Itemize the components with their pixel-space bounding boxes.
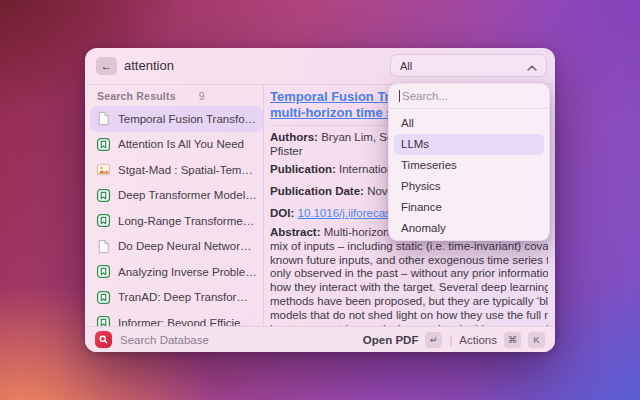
back-arrow-icon: ← bbox=[101, 59, 113, 73]
image-icon bbox=[96, 162, 111, 177]
footer-actions: Open PDF ↵ | Actions ⌘ K bbox=[363, 332, 545, 348]
result-item[interactable]: TranAD: Deep Transformer Net... bbox=[90, 285, 263, 311]
dropdown-options: All LLMs Timeseries Physics Finance Anom… bbox=[389, 109, 549, 243]
actions-button[interactable]: Actions bbox=[459, 334, 497, 346]
back-button[interactable]: ← bbox=[96, 57, 117, 75]
result-item[interactable]: Stgat-Mad : Spatial-Temporal Gr... bbox=[90, 157, 263, 183]
bookmark-icon bbox=[96, 264, 111, 279]
bookmark-icon bbox=[96, 188, 111, 203]
result-item[interactable]: Informer: Beyond Efficient Trans bbox=[90, 310, 263, 326]
result-item[interactable]: Temporal Fusion Transformers f... bbox=[90, 106, 263, 132]
desktop-background: ← attention All Search Results9 Temporal… bbox=[0, 0, 640, 400]
result-item[interactable]: Deep Transformer Models for Ti... bbox=[90, 183, 263, 209]
bookmark-icon bbox=[96, 137, 111, 152]
search-app-window: ← attention All Search Results9 Temporal… bbox=[85, 48, 555, 352]
category-select[interactable]: All bbox=[390, 54, 547, 77]
dropdown-search-input[interactable]: Search... bbox=[389, 84, 549, 109]
document-icon bbox=[96, 239, 111, 254]
k-key-badge: K bbox=[528, 332, 545, 348]
panel-divider bbox=[263, 85, 264, 326]
bookmark-icon bbox=[96, 315, 111, 326]
dropdown-search-placeholder: Search... bbox=[402, 90, 448, 102]
result-title: Long-Range Transformers for D... bbox=[118, 215, 257, 227]
text-caret bbox=[399, 90, 400, 102]
result-item[interactable]: Do Deep Neural Networks Contr... bbox=[90, 234, 263, 260]
chevron-up-icon bbox=[527, 57, 537, 75]
result-item[interactable]: Long-Range Transformers for D... bbox=[90, 208, 263, 234]
enter-key-badge: ↵ bbox=[425, 332, 442, 348]
result-title: Informer: Beyond Efficient Trans bbox=[118, 317, 257, 326]
results-header: Search Results9 bbox=[97, 90, 205, 102]
results-list: Temporal Fusion Transformers f... Attent… bbox=[90, 106, 263, 326]
result-title: Stgat-Mad : Spatial-Temporal Gr... bbox=[118, 164, 257, 176]
open-pdf-button[interactable]: Open PDF bbox=[363, 334, 419, 346]
app-search-icon bbox=[95, 331, 112, 348]
dropdown-option-finance[interactable]: Finance bbox=[394, 197, 544, 218]
result-title: Temporal Fusion Transformers f... bbox=[118, 113, 257, 125]
bookmark-icon bbox=[96, 290, 111, 305]
query-title: attention bbox=[124, 58, 174, 73]
footer-bar: Search Database Open PDF ↵ | Actions ⌘ K bbox=[85, 326, 555, 352]
category-dropdown: Search... All LLMs Timeseries Physics Fi… bbox=[388, 83, 550, 241]
dropdown-option-anomaly[interactable]: Anomaly bbox=[394, 218, 544, 239]
document-icon bbox=[96, 111, 111, 126]
dropdown-option-physics[interactable]: Physics bbox=[394, 176, 544, 197]
footer-separator: | bbox=[449, 334, 452, 346]
results-count: 9 bbox=[199, 90, 205, 102]
result-item[interactable]: Attention Is All You Need bbox=[90, 132, 263, 158]
dropdown-option-all[interactable]: All bbox=[394, 113, 544, 134]
result-title: Analyzing Inverse Problems with... bbox=[118, 266, 257, 278]
result-title: Deep Transformer Models for Ti... bbox=[118, 189, 257, 201]
dropdown-option-llms[interactable]: LLMs bbox=[394, 134, 544, 155]
result-title: Attention Is All You Need bbox=[118, 138, 244, 150]
category-select-value: All bbox=[400, 60, 412, 72]
result-item[interactable]: Analyzing Inverse Problems with... bbox=[90, 259, 263, 285]
result-title: Do Deep Neural Networks Contr... bbox=[118, 240, 257, 252]
database-search-input[interactable]: Search Database bbox=[120, 334, 355, 346]
dropdown-option-timeseries[interactable]: Timeseries bbox=[394, 155, 544, 176]
cmd-key-badge: ⌘ bbox=[504, 332, 521, 348]
bookmark-icon bbox=[96, 213, 111, 228]
result-title: TranAD: Deep Transformer Net... bbox=[118, 291, 257, 303]
